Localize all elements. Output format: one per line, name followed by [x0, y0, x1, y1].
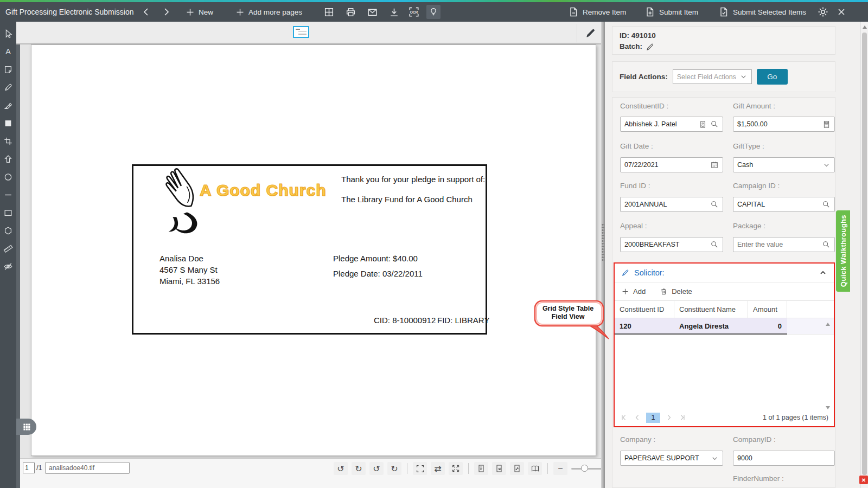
gift-date-field[interactable] [620, 157, 723, 172]
submit-item-button[interactable]: Submit Item [642, 2, 700, 22]
scroll-up-icon[interactable] [863, 25, 867, 29]
rotate-left-button[interactable]: ↺ [369, 462, 384, 475]
remove-item-button[interactable]: Remove Item [566, 2, 628, 22]
search-icon[interactable] [822, 240, 831, 249]
constituent-id-label: ConstituentID : [620, 102, 723, 110]
grid-scroll-up-icon[interactable] [826, 323, 830, 326]
fund-line: The Library Fund for A Good Church [341, 195, 473, 204]
zoom-slider-knob[interactable] [581, 465, 588, 472]
page-number-input[interactable] [23, 463, 35, 473]
edit-annotations-button[interactable] [582, 27, 595, 40]
gift-type-select[interactable] [733, 157, 835, 172]
pencil-icon[interactable] [646, 42, 655, 52]
book-view-button[interactable] [528, 462, 542, 475]
package-field[interactable] [733, 237, 835, 252]
page-properties-button[interactable] [510, 462, 524, 475]
splitter-handle[interactable] [602, 223, 604, 261]
calculator-icon[interactable] [822, 120, 831, 129]
single-page-view-button[interactable] [474, 462, 488, 475]
pen-tool-button[interactable] [0, 79, 16, 97]
settings-button[interactable] [815, 2, 831, 22]
add-more-pages-button[interactable]: Add more pages [233, 2, 304, 22]
next-page-button[interactable] [665, 413, 673, 422]
zoom-out-button[interactable]: − [553, 462, 567, 475]
chevron-down-icon[interactable] [711, 454, 719, 463]
solicitor-header[interactable]: Solicitor: [615, 264, 834, 282]
thumbnail-panel-toggle-button[interactable] [16, 419, 36, 435]
panel-scrollbar[interactable] [860, 22, 868, 488]
polygon-tool-button[interactable] [0, 222, 16, 240]
previous-item-button[interactable] [139, 2, 154, 22]
page-thumbnail[interactable] [293, 26, 309, 38]
document-viewer[interactable]: A Good Church Thank you for your pledge … [16, 44, 601, 458]
search-icon[interactable] [822, 200, 831, 209]
column-header[interactable]: Constituent ID [615, 301, 674, 318]
panel-splitter[interactable] [601, 22, 605, 488]
undo-button[interactable]: ↺ [334, 462, 348, 475]
print-button[interactable] [343, 2, 359, 22]
cell-constituent-name[interactable]: Angela Diresta [674, 318, 748, 335]
column-header[interactable]: Constituent Name [674, 301, 748, 318]
current-page-badge[interactable]: 1 [646, 413, 660, 423]
column-header[interactable]: Amount [748, 301, 787, 318]
text-tool-button[interactable]: A [0, 43, 16, 61]
cell-amount[interactable]: 0 [748, 318, 787, 335]
arrow-tool-button[interactable] [0, 150, 16, 168]
note-tool-button[interactable] [0, 61, 16, 79]
rectangle-tool-button[interactable] [0, 204, 16, 222]
field-actions-select[interactable]: Select Field Actions [673, 69, 752, 84]
page-thumbnail-strip [16, 22, 601, 44]
delete-row-button[interactable]: Delete [660, 287, 692, 296]
filled-rectangle-tool-button[interactable] [0, 114, 16, 132]
fund-id-field[interactable] [620, 197, 723, 212]
walkthrough-close-button[interactable]: ✕ [859, 476, 868, 484]
fit-page-button[interactable] [413, 462, 427, 475]
constituent-id-field[interactable] [620, 117, 723, 132]
campaign-id-field[interactable] [733, 197, 835, 212]
fit-width-button[interactable]: ⇄ [431, 462, 445, 475]
quick-walkthroughs-tab[interactable]: Quick Walkthroughs [836, 210, 850, 292]
next-item-button[interactable] [158, 2, 174, 22]
collapse-chevron-icon[interactable] [819, 268, 827, 277]
ocr-button[interactable]: OCR [406, 2, 422, 22]
search-icon[interactable] [710, 120, 719, 129]
chevron-down-icon[interactable] [822, 161, 831, 169]
cell-constituent-id[interactable]: 120 [615, 318, 674, 335]
grid-view-button[interactable] [321, 2, 337, 22]
submit-selected-items-button[interactable]: Submit Selected Items [716, 2, 808, 22]
redo-button[interactable]: ↻ [352, 462, 366, 475]
select-tool-button[interactable] [0, 25, 16, 43]
redo-icon: ↻ [355, 464, 362, 474]
measure-tool-button[interactable] [0, 240, 16, 258]
rotate-right-button[interactable]: ↻ [387, 462, 401, 475]
first-page-button[interactable] [620, 413, 629, 422]
search-icon[interactable] [710, 240, 719, 249]
line-tool-button[interactable] [0, 186, 16, 204]
new-button[interactable]: New [183, 2, 215, 22]
download-button[interactable] [386, 2, 402, 22]
add-row-button[interactable]: Add [621, 287, 646, 296]
hide-annotations-button[interactable] [0, 258, 16, 275]
continuous-view-button[interactable] [492, 462, 506, 475]
company-select[interactable] [620, 451, 723, 466]
highlighter-tool-button[interactable] [0, 97, 16, 114]
search-icon[interactable] [710, 200, 719, 209]
contact-card-icon[interactable] [699, 120, 707, 129]
calendar-icon[interactable] [710, 160, 719, 169]
gift-amount-field[interactable] [733, 117, 835, 132]
filename-input[interactable] [45, 462, 130, 474]
expand-button[interactable] [449, 462, 463, 475]
crop-tool-button[interactable] [0, 132, 16, 150]
enhance-button[interactable] [424, 2, 443, 22]
grid-data-row[interactable]: 120 Angela Diresta 0 [615, 318, 834, 335]
previous-page-button[interactable] [633, 413, 642, 422]
email-button[interactable] [365, 2, 380, 22]
ellipse-tool-button[interactable] [0, 168, 16, 186]
pagination-summary: 1 of 1 pages (1 items) [763, 414, 828, 421]
close-button[interactable] [834, 2, 848, 22]
scrollbar-thumb[interactable] [862, 33, 867, 475]
last-page-button[interactable] [678, 413, 686, 422]
appeal-field[interactable] [620, 237, 723, 252]
go-button[interactable]: Go [757, 69, 788, 85]
company-id-field[interactable] [733, 451, 835, 466]
